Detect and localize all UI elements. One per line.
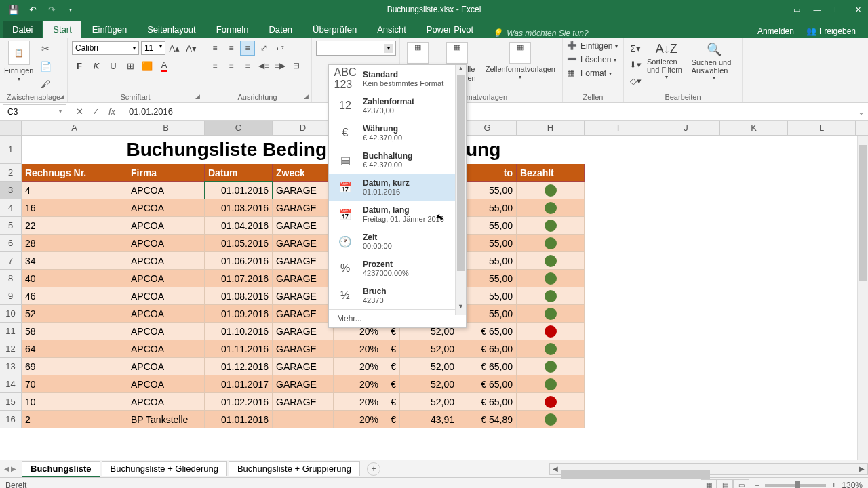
fill-icon[interactable]: ⬇▾: [628, 57, 643, 72]
cell[interactable]: 55,00: [458, 305, 517, 323]
cell[interactable]: € 65,00: [458, 375, 517, 393]
row-header[interactable]: 10: [0, 305, 22, 323]
vertical-scrollbar[interactable]: [857, 136, 868, 460]
close-icon[interactable]: ✕: [848, 0, 868, 19]
cell-status[interactable]: [517, 182, 585, 199]
clipboard-launcher-icon[interactable]: ◢: [60, 93, 64, 100]
cell[interactable]: €: [382, 393, 400, 411]
cell[interactable]: APCOA: [127, 287, 205, 305]
cell-status[interactable]: [517, 287, 585, 305]
cell[interactable]: 55,00: [458, 217, 517, 235]
sheet-tab[interactable]: Buchungsliste + Gliederung: [102, 461, 227, 476]
header-cell[interactable]: Firma: [127, 164, 205, 182]
cell[interactable]: 01.07.2016: [205, 270, 273, 287]
alignment-launcher-icon[interactable]: ◢: [304, 93, 309, 100]
cell[interactable]: €: [382, 411, 400, 428]
cell[interactable]: APCOA: [127, 375, 205, 393]
cell[interactable]: 20%: [334, 340, 382, 358]
border-button[interactable]: ⊞: [123, 58, 138, 73]
format-option-standard[interactable]: ABC123 Standard Kein bestimmtes Format: [329, 65, 466, 92]
cell[interactable]: APCOA: [127, 252, 205, 270]
row-header[interactable]: 12: [0, 340, 22, 358]
cell-status[interactable]: [517, 358, 585, 375]
cell[interactable]: GARAGE: [273, 340, 334, 358]
cell[interactable]: GARAGE: [273, 323, 334, 340]
sheet-nav-next-icon[interactable]: ▶: [11, 465, 16, 472]
cell-status[interactable]: [517, 323, 585, 340]
col-header[interactable]: G: [458, 121, 517, 135]
decrease-font-icon[interactable]: A▾: [184, 41, 199, 56]
cell[interactable]: 01.12.2016: [205, 358, 273, 375]
tab-formulas[interactable]: Formeln: [207, 21, 258, 38]
formula-input[interactable]: 01.01.2016: [125, 105, 854, 118]
cell[interactable]: 01.01.2017: [205, 375, 273, 393]
cell-status[interactable]: [517, 375, 585, 393]
cell-status[interactable]: [517, 393, 585, 411]
page-break-view-icon[interactable]: ▭: [733, 479, 749, 489]
select-all-button[interactable]: [0, 121, 22, 135]
align-left-icon[interactable]: ≡: [208, 58, 222, 73]
undo-icon[interactable]: ↶: [24, 2, 41, 17]
cell-status[interactable]: [517, 217, 585, 235]
cell[interactable]: APCOA: [127, 393, 205, 411]
sort-filter-button[interactable]: A↓Z Sortieren und Filtern▾: [646, 41, 688, 101]
cell[interactable]: € 65,00: [458, 323, 517, 340]
insert-function-icon[interactable]: fx: [104, 104, 119, 119]
cell[interactable]: 01.01.2016: [205, 411, 273, 428]
format-cells-button[interactable]: ▦Format▾: [567, 68, 619, 79]
cell[interactable]: 64: [22, 340, 127, 358]
row-header[interactable]: 6: [0, 235, 22, 252]
row-header[interactable]: 1: [0, 136, 22, 164]
cell[interactable]: GARAGE: [273, 270, 334, 287]
cell[interactable]: [273, 411, 334, 428]
cell[interactable]: 01.06.2016: [205, 252, 273, 270]
cell[interactable]: 52,00: [400, 358, 458, 375]
cell[interactable]: € 65,00: [458, 340, 517, 358]
cell[interactable]: APCOA: [127, 199, 205, 217]
cell[interactable]: 70: [22, 375, 127, 393]
tab-home[interactable]: Start: [43, 21, 81, 38]
row-header[interactable]: 14: [0, 375, 22, 393]
header-cell[interactable]: Zweck: [273, 164, 334, 182]
align-bottom-icon[interactable]: ≡: [240, 41, 255, 56]
cell[interactable]: APCOA: [127, 340, 205, 358]
cell[interactable]: 01.09.2016: [205, 305, 273, 323]
font-launcher-icon[interactable]: ◢: [195, 93, 200, 100]
cell[interactable]: €: [382, 340, 400, 358]
header-cell[interactable]: Rechnugs Nr.: [22, 164, 127, 182]
title-cell[interactable]: Buchungsliste Beding: [22, 136, 327, 164]
cell[interactable]: 01.03.2016: [205, 199, 273, 217]
row-header[interactable]: 15: [0, 393, 22, 411]
cell[interactable]: APCOA: [127, 217, 205, 235]
wrap-text-icon[interactable]: ⮐: [273, 41, 288, 56]
col-header[interactable]: K: [720, 121, 788, 135]
row-header[interactable]: 5: [0, 217, 22, 235]
page-layout-view-icon[interactable]: ▤: [717, 479, 733, 489]
cell[interactable]: 40: [22, 270, 127, 287]
cell[interactable]: 28: [22, 235, 127, 252]
cell[interactable]: BP Tankstelle: [127, 411, 205, 428]
tab-data[interactable]: Daten: [259, 21, 302, 38]
tab-insert[interactable]: Einfügen: [83, 21, 136, 38]
cell-styles-button[interactable]: ▦ Zellenformatvorlagen▾: [483, 41, 558, 101]
row-header[interactable]: 2: [0, 164, 22, 182]
delete-cells-button[interactable]: ➖Löschen▾: [567, 54, 619, 65]
row-header[interactable]: 13: [0, 358, 22, 375]
cell[interactable]: € 65,00: [458, 393, 517, 411]
cell[interactable]: 01.11.2016: [205, 340, 273, 358]
row-header[interactable]: 16: [0, 411, 22, 428]
cell[interactable]: APCOA: [127, 182, 205, 199]
maximize-icon[interactable]: ☐: [827, 0, 848, 19]
cell[interactable]: GARAGE: [273, 252, 334, 270]
scroll-left-icon[interactable]: ◀: [550, 465, 561, 472]
add-sheet-button[interactable]: +: [367, 462, 380, 476]
sheet-tab[interactable]: Buchungsliste: [22, 461, 100, 477]
name-box[interactable]: C3▾: [3, 104, 66, 119]
cell[interactable]: 20%: [334, 393, 382, 411]
save-icon[interactable]: 💾: [5, 2, 22, 17]
row-header[interactable]: 7: [0, 252, 22, 270]
cell[interactable]: 52,00: [400, 393, 458, 411]
cell-status[interactable]: [517, 199, 585, 217]
italic-button[interactable]: K: [89, 58, 104, 73]
find-select-button[interactable]: 🔍 Suchen und Auswählen▾: [690, 41, 738, 101]
